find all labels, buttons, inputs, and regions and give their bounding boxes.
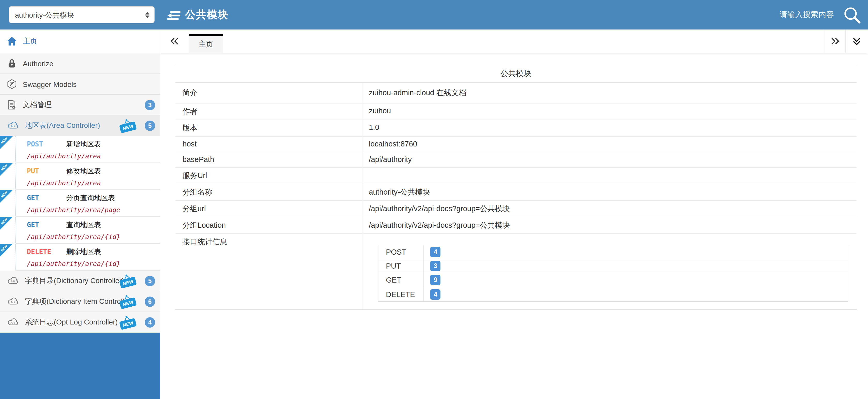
- header-search[interactable]: 请输入搜索内容: [780, 5, 868, 24]
- header: authority-公共模块 公共模块 请输入搜索内容: [0, 0, 868, 29]
- double-chevron-right-icon: [831, 37, 840, 46]
- sidebar-item-area-controller[interactable]: API 地区表(Area Controller) NEW 5: [0, 115, 160, 136]
- lock-icon: [7, 58, 17, 69]
- sidebar-item-label: 系统日志(Opt Log Controller): [25, 317, 114, 327]
- op-path: /api/authority/area/{id}: [27, 233, 156, 240]
- double-chevron-down-icon: [852, 36, 861, 46]
- stat-count-badge: 4: [430, 247, 441, 257]
- models-hexagon-icon: [7, 79, 17, 89]
- svg-text:API: API: [10, 280, 15, 283]
- operation-list: NEW POST 新增地区表 /api/authority/area NEW P…: [0, 136, 160, 270]
- sidebar: 主页 Authorize Swagger Models: [0, 29, 160, 399]
- tag-pin-icon: [122, 274, 130, 280]
- tabs-scroll-right-button[interactable]: [825, 29, 846, 53]
- sidebar-item-label: 文档管理: [23, 100, 139, 110]
- table-row-stats: 接口统计信息 POST 4 PUT 3: [175, 234, 857, 310]
- table-row: host localhost:8760: [175, 137, 857, 152]
- tag-pin-icon: [122, 118, 130, 124]
- sidebar-item-doc-manage[interactable]: 文档管理 3: [0, 95, 160, 115]
- op-path: /api/authority/area/page: [27, 206, 156, 214]
- header-title: 公共模块: [166, 8, 228, 22]
- sidebar-item-swagger-models[interactable]: Swagger Models: [0, 74, 160, 95]
- op-title: 删除地区表: [66, 247, 101, 257]
- swagger-bootstrap-ui-app: authority-公共模块 公共模块 请输入搜索内容: [0, 0, 868, 399]
- count-badge: 6: [145, 296, 155, 307]
- content: 公共模块 简介 zuihou-admin-cloud 在线文档 作者 zuiho…: [160, 53, 868, 399]
- op-get-area-by-id[interactable]: NEW GET 查询地区表 /api/authority/area/{id}: [0, 217, 160, 244]
- op-title: 新增地区表: [66, 140, 101, 149]
- svg-text:API: API: [10, 321, 15, 324]
- op-title: 分页查询地区表: [66, 194, 115, 203]
- http-method: PUT: [27, 167, 66, 175]
- count-badge: 5: [145, 120, 155, 131]
- method-stats-table: POST 4 PUT 3 GET 9: [378, 245, 848, 302]
- table-row: 分组url /api/authority/v2/api-docs?group=公…: [175, 201, 857, 217]
- sidebar-item-dictionary-controller[interactable]: API 字典目录(Dictionary Controller) NEW 5: [0, 270, 160, 291]
- sidebar-item-opt-log-controller[interactable]: API 系统日志(Opt Log Controller) NEW 4: [0, 312, 160, 333]
- op-get-page-area[interactable]: NEW GET 分页查询地区表 /api/authority/area/page: [0, 190, 160, 217]
- table-row: 版本 1.0: [175, 120, 857, 137]
- stats-row: DELETE 4: [379, 287, 848, 301]
- module-title: 公共模块: [175, 65, 857, 83]
- op-path: /api/authority/area: [27, 152, 156, 160]
- filter-menu-icon: [166, 8, 180, 21]
- api-cloud-icon: API: [7, 121, 19, 130]
- sidebar-item-label: 字典目录(Dictionary Controller): [25, 276, 114, 285]
- tabs-menu-button[interactable]: [846, 29, 867, 53]
- sidebar-item-label: 主页: [23, 36, 37, 46]
- layout: 主页 Authorize Swagger Models: [0, 29, 868, 399]
- page-title: 公共模块: [185, 8, 228, 22]
- tabbar: 主页: [160, 29, 868, 53]
- table-row: 简介 zuihou-admin-cloud 在线文档: [175, 83, 857, 104]
- op-title: 修改地区表: [66, 167, 101, 176]
- sidebar-item-dictionary-item-controller[interactable]: API 字典项(Dictionary Item Controller) NEW …: [0, 291, 160, 312]
- search-placeholder[interactable]: 请输入搜索内容: [780, 10, 834, 20]
- http-method: POST: [27, 140, 66, 148]
- sidebar-item-authorize[interactable]: Authorize: [0, 53, 160, 74]
- table-row: 服务Url: [175, 168, 857, 184]
- main-panel: 主页 公共模块 简介: [160, 29, 868, 399]
- stats-row: PUT 3: [379, 259, 848, 273]
- op-path: /api/authority/area/{id}: [27, 260, 156, 267]
- tab-home[interactable]: 主页: [189, 34, 223, 53]
- sidebar-item-label: 字典项(Dictionary Item Controller): [25, 297, 114, 306]
- table-row: 分组名称 authority-公共模块: [175, 184, 857, 201]
- http-method: DELETE: [27, 248, 66, 256]
- op-post-add-area[interactable]: NEW POST 新增地区表 /api/authority/area: [0, 136, 160, 163]
- count-badge: 3: [145, 99, 155, 110]
- group-select[interactable]: authority-公共模块: [9, 6, 155, 23]
- stats-label: 接口统计信息: [175, 234, 363, 310]
- sidebar-item-label: Swagger Models: [23, 80, 155, 88]
- sidebar-filler: [0, 333, 160, 399]
- tag-pin-icon: [122, 294, 130, 301]
- svg-text:API: API: [10, 301, 15, 304]
- tab-label: 主页: [198, 39, 213, 49]
- op-title: 查询地区表: [66, 221, 101, 230]
- tabs-scroll-left-button[interactable]: [165, 29, 183, 53]
- double-chevron-left-icon: [170, 37, 179, 46]
- table-row: 作者 zuihou: [175, 104, 857, 120]
- table-row: 分组Location /api/authority/v2/api-docs?gr…: [175, 217, 857, 234]
- sidebar-item-label: 地区表(Area Controller): [25, 121, 114, 130]
- op-put-update-area[interactable]: NEW PUT 修改地区表 /api/authority/area: [0, 163, 160, 190]
- new-tag: NEW: [119, 121, 137, 133]
- svg-text:API: API: [10, 125, 15, 127]
- group-select-wrap: authority-公共模块: [9, 6, 155, 23]
- document-gear-icon: [7, 99, 17, 110]
- stat-count-badge: 9: [430, 275, 441, 285]
- stats-row: GET 9: [379, 273, 848, 287]
- search-icon[interactable]: [843, 5, 861, 24]
- sidebar-item-home[interactable]: 主页: [0, 29, 160, 53]
- module-info-table: 公共模块 简介 zuihou-admin-cloud 在线文档 作者 zuiho…: [175, 65, 857, 310]
- sidebar-item-label: Authorize: [23, 59, 155, 67]
- api-cloud-icon: API: [7, 318, 19, 326]
- api-cloud-icon: API: [7, 276, 19, 285]
- stats-row: POST 4: [379, 245, 848, 259]
- http-method: GET: [27, 221, 66, 229]
- stat-count-badge: 3: [430, 261, 441, 271]
- op-delete-area[interactable]: NEW DELETE 删除地区表 /api/authority/area/{id…: [0, 244, 160, 270]
- count-badge: 4: [145, 317, 155, 327]
- table-row: basePath /api/authority: [175, 152, 857, 168]
- stat-count-badge: 4: [430, 289, 441, 300]
- op-path: /api/authority/area: [27, 179, 156, 187]
